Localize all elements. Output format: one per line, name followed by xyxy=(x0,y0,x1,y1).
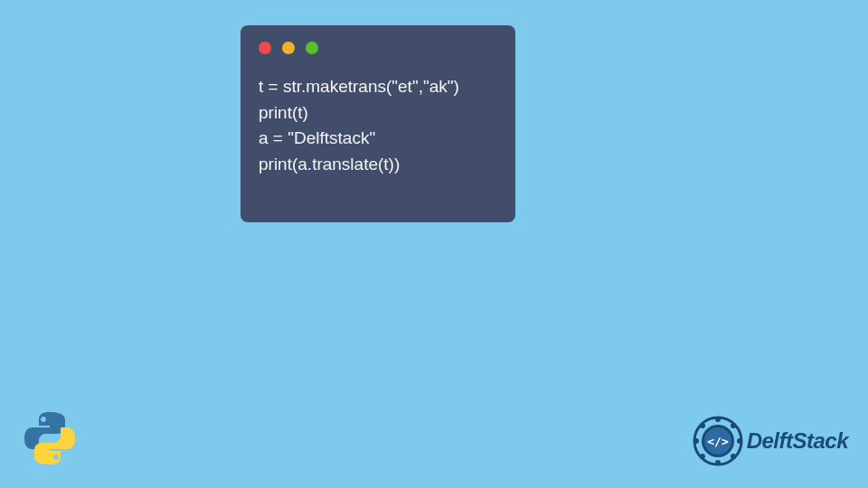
code-content: t = str.maketrans("et","ak") print(t) a … xyxy=(259,74,497,177)
svg-point-8 xyxy=(700,423,705,428)
svg-point-6 xyxy=(700,454,705,459)
maximize-icon xyxy=(306,42,318,54)
close-icon xyxy=(259,42,271,54)
delftstack-emblem-icon: </> xyxy=(693,416,743,466)
svg-point-1 xyxy=(715,417,721,422)
code-line-1: t = str.maketrans("et","ak") xyxy=(259,74,497,100)
svg-point-4 xyxy=(731,454,736,459)
python-icon xyxy=(21,409,79,467)
code-line-3: a = "Delftstack" xyxy=(259,126,497,152)
svg-point-3 xyxy=(737,438,742,444)
svg-point-7 xyxy=(693,438,699,444)
minimize-icon xyxy=(282,42,295,54)
code-window: t = str.maketrans("et","ak") print(t) a … xyxy=(241,25,515,222)
svg-point-5 xyxy=(715,460,721,465)
svg-point-2 xyxy=(731,423,736,428)
brand-name-text: DelftStack xyxy=(747,428,848,454)
svg-text:</>: </> xyxy=(707,435,729,448)
window-controls xyxy=(259,42,497,54)
code-line-4: print(a.translate(t)) xyxy=(259,152,497,178)
delftstack-logo: </> DelftStack xyxy=(693,416,848,466)
code-line-2: print(t) xyxy=(259,100,497,127)
